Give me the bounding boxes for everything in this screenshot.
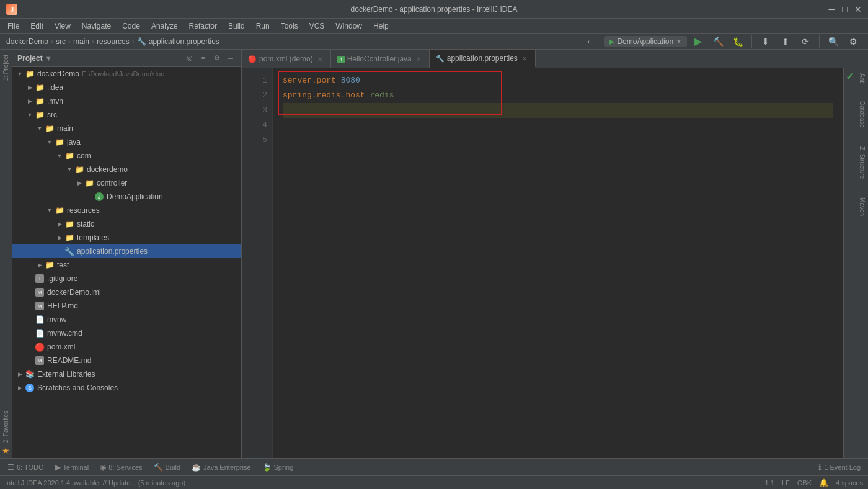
spring-label: Spring (274, 464, 294, 471)
tree-item-help[interactable]: ▶ M HELP.md (12, 299, 241, 313)
tab-appprops-icon: 🔧 (436, 55, 445, 63)
minimize-button[interactable]: ─ (828, 5, 836, 13)
tree-item-readme[interactable]: ▶ M README.md (12, 354, 241, 367)
breadcrumb-appprops[interactable]: application.properties (149, 37, 219, 46)
navigate-back-button[interactable]: ← (582, 33, 599, 50)
favorites-panel-toggle[interactable]: 2: Favorites (1, 408, 11, 446)
project-tree[interactable]: ▼ 📁 dockerDemo E:\Dowload\JavaDemo\doc ▶… (12, 67, 241, 458)
tree-item-gitignore[interactable]: ▶ I .gitignore (12, 272, 241, 285)
menu-vcs[interactable]: VCS (304, 20, 330, 32)
tab-pom-close[interactable]: ✕ (316, 55, 324, 63)
bottom-tab-terminal[interactable]: ▶ Terminal (50, 462, 94, 473)
menu-build[interactable]: Build (223, 20, 250, 32)
tab-appprops-close[interactable]: ✕ (520, 54, 529, 63)
vcs-push-button[interactable]: ⬆ (777, 33, 794, 50)
tree-item-controller[interactable]: ▶ 📁 controller (12, 176, 241, 190)
code-area[interactable]: server.port=8080 spring.redis.host=redis (273, 68, 843, 458)
bottom-tab-java-enterprise[interactable]: ☕ Java Enterprise (187, 462, 255, 473)
vcs-more-button[interactable]: ⟳ (797, 33, 814, 50)
tree-item-dockerdemo-iml[interactable]: ▶ M dockerDemo.iml (12, 285, 241, 299)
tree-item-src[interactable]: ▼ 📁 src (12, 108, 241, 122)
menu-view[interactable]: View (50, 20, 76, 32)
bottom-tab-build[interactable]: 🔨 Build (149, 462, 185, 473)
tree-item-java[interactable]: ▼ 📁 java (12, 135, 241, 149)
maximize-button[interactable]: □ (841, 5, 849, 13)
tree-item-demoapplication[interactable]: ▶ J DemoApplication (12, 190, 241, 204)
code-line-1: server.port=8080 (283, 73, 833, 88)
code-line-5 (283, 133, 833, 148)
tree-item-resources[interactable]: ▼ 📁 resources (12, 204, 241, 217)
tree-item-appprops[interactable]: ▶ 🔧 application.properties (12, 244, 241, 258)
database-panel-toggle[interactable]: Database (857, 99, 867, 130)
tree-item-main[interactable]: ▼ 📁 main (12, 122, 241, 135)
tree-arrow-src: ▼ (25, 110, 35, 120)
tree-arrow-idea: ▶ (25, 83, 35, 92)
tree-item-test[interactable]: ▶ 📁 test (12, 258, 241, 272)
breadcrumb-src[interactable]: src (56, 37, 66, 46)
menu-tools[interactable]: Tools (276, 20, 303, 32)
menu-analyze[interactable]: Analyze (146, 20, 183, 32)
menu-code[interactable]: Code (117, 20, 145, 32)
run-config-selector[interactable]: ▶ DemoApplication ▼ (604, 36, 687, 47)
tree-item-dockerdemo-pkg[interactable]: ▼ 📁 dockerdemo (12, 163, 241, 176)
maven-panel-toggle[interactable]: Maven (857, 195, 867, 218)
panel-collapse-button[interactable]: ≡ (198, 53, 209, 64)
tab-pom[interactable]: 🔴 pom.xml (demo) ✕ (242, 50, 331, 68)
breadcrumb-resources[interactable]: resources (97, 37, 130, 46)
bottom-tab-event-log[interactable]: ℹ 1 Event Log (813, 462, 866, 473)
run-button[interactable]: ▶ (689, 33, 707, 50)
tree-item-pom[interactable]: ▶ 🔴 pom.xml (12, 340, 241, 354)
menu-window[interactable]: Window (330, 20, 367, 32)
panel-minimize-button[interactable]: ─ (225, 53, 236, 64)
editor[interactable]: 1 2 3 4 5 server.port=8080 spring.redis.… (242, 68, 868, 458)
menu-run[interactable]: Run (251, 20, 275, 32)
favorites-star-icon[interactable]: ★ (1, 446, 11, 455)
tree-icon-controller: 📁 (84, 178, 94, 188)
line-separator[interactable]: LF (782, 479, 790, 487)
search-everywhere-button[interactable]: 🔍 (825, 33, 842, 50)
tree-path-dockerdemo: E:\Dowload\JavaDemo\doc (82, 70, 164, 78)
tree-label-controller: controller (97, 179, 127, 187)
bottom-tab-todo[interactable]: ☰ 6: TODO (2, 462, 49, 473)
encoding[interactable]: GBK (797, 479, 812, 487)
panel-locate-button[interactable]: ◎ (184, 53, 195, 64)
menu-file[interactable]: File (2, 20, 24, 32)
vcs-update-button[interactable]: ⬇ (757, 33, 774, 50)
tab-appprops[interactable]: 🔧 application.properties ✕ (430, 50, 536, 68)
status-info[interactable]: IntelliJ IDEA 2020.1.4 available: // Upd… (5, 479, 185, 487)
bottom-tab-services[interactable]: ◉ 8: Services (95, 462, 147, 473)
tree-item-static[interactable]: ▶ 📁 static (12, 217, 241, 231)
project-panel: Project ▼ ◎ ≡ ⚙ ─ ▼ 📁 dockerDemo E:\Dowl… (12, 50, 242, 458)
tree-item-templates[interactable]: ▶ 📁 templates (12, 231, 241, 244)
tab-hello-close[interactable]: ✕ (414, 55, 423, 63)
ant-panel-toggle[interactable]: Ant (857, 71, 867, 85)
project-panel-toggle[interactable]: 1: Project (1, 52, 11, 83)
structure-panel-toggle[interactable]: Z: Structure (857, 144, 867, 181)
tree-item-idea[interactable]: ▶ 📁 .idea (12, 81, 241, 94)
cursor-position[interactable]: 1:1 (765, 479, 774, 487)
main-area: 1: Project 2: Favorites ★ Project ▼ ◎ ≡ … (0, 50, 868, 458)
menu-navigate[interactable]: Navigate (77, 20, 116, 32)
tree-item-scratches[interactable]: ▶ S Scratches and Consoles (12, 381, 241, 395)
debug-button[interactable]: 🐛 (729, 33, 746, 50)
breadcrumb-main[interactable]: main (73, 37, 89, 46)
tree-item-mvn[interactable]: ▶ 📁 .mvn (12, 94, 241, 108)
tab-hello[interactable]: J HelloController.java ✕ (331, 50, 430, 68)
tree-item-dockerdemo[interactable]: ▼ 📁 dockerDemo E:\Dowload\JavaDemo\doc (12, 67, 241, 81)
menu-edit[interactable]: Edit (25, 20, 48, 32)
code-line-3 (283, 103, 833, 118)
menu-refactor[interactable]: Refactor (184, 20, 222, 32)
breadcrumb-dockerdemo[interactable]: dockerDemo (6, 37, 48, 46)
tree-item-mvnw-cmd[interactable]: ▶ 📄 mvnw.cmd (12, 326, 241, 340)
indent[interactable]: 4 spaces (836, 479, 863, 487)
build-button[interactable]: 🔨 (709, 33, 727, 50)
settings-button[interactable]: ⚙ (844, 33, 862, 50)
tree-item-com[interactable]: ▼ 📁 com (12, 149, 241, 163)
bottom-tab-spring[interactable]: 🍃 Spring (257, 462, 299, 473)
panel-settings-button[interactable]: ⚙ (211, 53, 223, 64)
tree-item-ext-libs[interactable]: ▶ 📚 External Libraries (12, 367, 241, 381)
close-button[interactable]: ✕ (854, 5, 862, 13)
panel-dropdown-icon[interactable]: ▼ (45, 55, 52, 62)
tree-item-mvnw[interactable]: ▶ 📄 mvnw (12, 313, 241, 326)
menu-help[interactable]: Help (368, 20, 394, 32)
